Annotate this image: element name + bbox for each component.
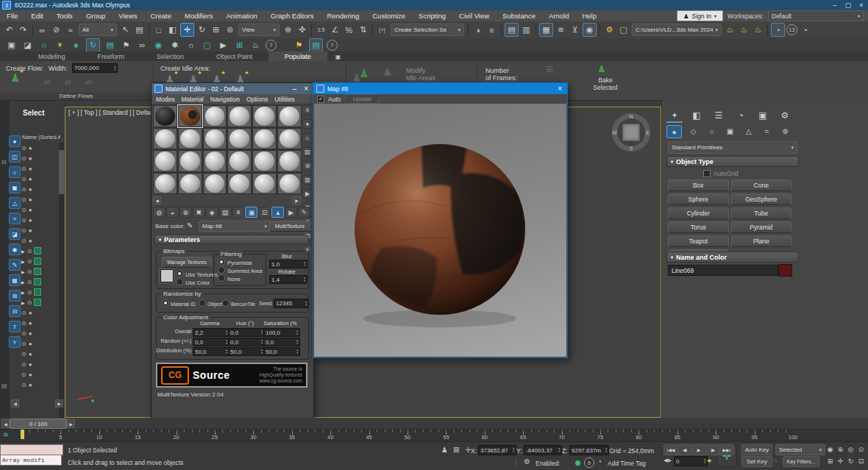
scene-explorer-row[interactable]: ⊙● [21, 174, 57, 184]
rotate-spinner[interactable]: 1,4▴▾ [269, 275, 307, 284]
eye-icon[interactable]: ⊙ [21, 165, 26, 172]
menu-rendering[interactable]: Rendering [320, 10, 366, 21]
menu-help[interactable]: Help [575, 10, 603, 21]
palette-icon[interactable]: ✱ [168, 39, 181, 51]
me-menu-options[interactable]: Options [246, 96, 268, 103]
select-and-link-icon[interactable]: ∞ [36, 24, 49, 36]
loop-icon[interactable]: ∞ [136, 39, 149, 51]
storyboard-icon[interactable]: ▣ [5, 39, 18, 51]
viewcube-west[interactable]: W [612, 130, 617, 135]
filter-grids-icon[interactable]: ⊞ [9, 290, 21, 302]
seed-spinner[interactable]: 12345▴▾ [274, 299, 309, 308]
map-window-titlebar[interactable]: Map #8 × [313, 83, 567, 94]
window-crossing-icon[interactable]: ◧ [166, 24, 179, 36]
y-field[interactable]: -64003,37▴▾ [524, 445, 562, 455]
update-button[interactable]: Update [345, 94, 380, 104]
get-material-icon[interactable]: ◍ [153, 207, 166, 218]
viewcube-top-face[interactable] [622, 124, 640, 141]
object-button-plane[interactable]: Plane [731, 235, 792, 247]
flow-path-icon[interactable]: ▱ [44, 77, 50, 87]
filter-lights-icon[interactable]: ☼ [9, 166, 21, 178]
eye-icon[interactable]: ⊙ [21, 207, 26, 213]
select-and-place-icon[interactable]: ⊚ [224, 24, 236, 36]
eye-icon[interactable]: ⊙ [21, 341, 26, 347]
redo-icon[interactable]: ↷ [17, 24, 29, 36]
select-by-name-icon[interactable]: ▤ [133, 24, 146, 36]
object-button-cylinder[interactable]: Cylinder [668, 207, 729, 219]
radio-icon[interactable] [218, 274, 225, 282]
auto-key-button[interactable]: Auto Key [741, 444, 772, 455]
frame-field[interactable]: 0▴▾ [674, 456, 708, 466]
scene-explorer-row[interactable]: ⊙● [21, 369, 57, 380]
selection-lock-icon[interactable]: ⊠ [453, 446, 459, 454]
sample-type-icon[interactable]: ● [302, 119, 313, 129]
sign-in-button[interactable]: ♟ Sign In ▾ [677, 10, 723, 21]
randomize-option-object[interactable]: Object [199, 299, 222, 307]
expand-arrow-icon[interactable]: ▶ [21, 279, 25, 285]
material-slot[interactable] [153, 150, 177, 172]
dock-handle-icon[interactable]: ▤ [1, 382, 7, 389]
region-frame-icon[interactable]: ▢ [201, 39, 213, 51]
bake-selected-label2[interactable]: Selected [588, 84, 622, 91]
paw-icon[interactable]: ∴ [774, 457, 778, 464]
key-icon[interactable]: ✦ [706, 457, 712, 465]
explorer-scroll-thumb[interactable] [59, 150, 64, 194]
selection-filter-dropdown[interactable]: All▾ [79, 24, 117, 36]
help-icon[interactable]: ? [266, 40, 277, 51]
go-to-start-button[interactable]: |◀◀ [664, 444, 678, 455]
width-spinner[interactable]: 7000,000 ▴▾ [72, 63, 118, 73]
select-and-move-icon[interactable]: ✛ [180, 23, 194, 37]
background-icon[interactable]: ▨ [302, 147, 313, 157]
track-bar[interactable]: ≋ 51015202530354045505560657075808590951… [0, 430, 868, 441]
eye-icon[interactable]: ⊙ [21, 145, 26, 152]
show-map-in-viewport-icon[interactable]: ▣ [245, 207, 257, 218]
timer-icon[interactable]: ◔ [799, 24, 811, 36]
object-button-box[interactable]: Box [668, 179, 729, 191]
select-and-rotate-icon[interactable]: ↻ [196, 24, 208, 36]
filter-frozen-icon[interactable]: ⊟ [9, 305, 21, 317]
material-slot[interactable] [227, 173, 252, 195]
x-field[interactable]: 373652,87▴▾ [478, 445, 516, 455]
quad-grid-icon[interactable]: ⊞ [233, 39, 246, 51]
autosave-clock-icon[interactable]: ◔ [771, 23, 785, 37]
ribbon-tab-object-paint[interactable]: Object Paint [200, 51, 268, 61]
spinner-arrows[interactable]: ▴▾ [261, 349, 263, 355]
put-to-library-icon[interactable]: ▤ [219, 207, 232, 218]
primitives-dropdown[interactable]: Standard Primitives ▾ [668, 141, 797, 154]
put-to-scene-icon[interactable]: ◒ [166, 207, 179, 218]
color-adjustment-cell[interactable]: 50,0▴▾ [193, 347, 230, 356]
object-button-pyramid[interactable]: Pyramid [731, 221, 792, 233]
menu-group[interactable]: Group [79, 10, 112, 21]
eye-icon[interactable]: ⊙ [27, 299, 32, 306]
reset-map-icon[interactable]: ✖ [193, 207, 205, 218]
manage-textures-button[interactable]: Manage Textures [162, 257, 212, 268]
eye-icon[interactable]: ⊙ [21, 382, 26, 388]
spinner-arrows[interactable]: ▴▾ [261, 339, 263, 345]
make-preview-icon[interactable]: ▶ [302, 189, 313, 199]
menu-modifiers[interactable]: Modifiers [178, 10, 220, 21]
bake-selected-icon[interactable]: ♟ [597, 63, 606, 74]
frame-badge-icon[interactable]: 13 [786, 24, 797, 35]
close-icon[interactable]: × [555, 85, 564, 93]
spinner-arrows[interactable]: ▴▾ [296, 349, 298, 355]
tab-display-icon[interactable]: ▣ [755, 109, 771, 121]
eye-icon[interactable]: ⊙ [21, 196, 26, 203]
color-adjustment-cell[interactable]: 100,0▴▾ [263, 328, 300, 337]
go-to-parent-icon[interactable]: ▲ [271, 207, 284, 218]
sphere-check-icon[interactable]: ◉ [152, 39, 165, 51]
add-time-tag[interactable]: Add Time Tag [608, 460, 646, 467]
key-filters-button[interactable]: Key Filters... [783, 456, 819, 467]
use-textures-radio[interactable]: Use Textures [176, 270, 218, 278]
material-slot[interactable] [153, 105, 177, 127]
category-geometry-icon[interactable]: ● [666, 125, 682, 138]
ribbon-toggle-icon[interactable]: ▦ [539, 23, 553, 37]
spinner-arrows[interactable]: ▴▾ [226, 330, 227, 335]
use-pivot-center-icon[interactable]: ⊕ [282, 24, 294, 36]
filter-space-warps-icon[interactable]: ≈ [9, 213, 21, 224]
tab-motion-icon[interactable]: ◔ [733, 109, 749, 121]
eye-icon[interactable]: ⊙ [21, 176, 26, 182]
eye-icon[interactable]: ⊙ [21, 361, 26, 368]
explorer-column-header[interactable]: Name (Sorted A [22, 134, 60, 140]
filter-shapes-icon[interactable]: ◫ [9, 151, 21, 163]
menu-create[interactable]: Create [143, 10, 178, 21]
